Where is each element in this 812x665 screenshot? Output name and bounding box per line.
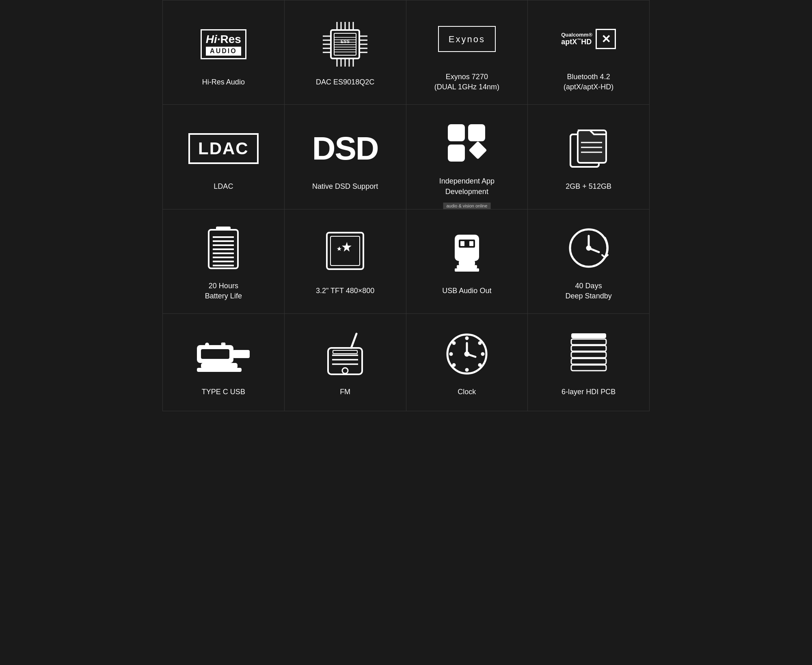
dac-icon: ESS: [323, 18, 367, 71]
standby-icon: [566, 222, 611, 274]
cell-display: 3.2" TFT 480×800: [285, 209, 406, 314]
fm-icon: [325, 328, 365, 380]
svg-rect-74: [201, 363, 238, 369]
display-icon: [325, 227, 365, 279]
cell-dac: ESS: [285, 0, 406, 105]
svg-rect-32: [448, 145, 465, 162]
svg-rect-33: [469, 141, 487, 160]
svg-rect-50: [327, 233, 363, 269]
dsd-label: Native DSD Support: [312, 181, 378, 192]
cell-app: Independent AppDevelopment audio & visio…: [406, 105, 528, 209]
svg-point-94: [479, 364, 481, 366]
pcb-icon: [566, 328, 611, 380]
svg-rect-31: [468, 124, 485, 141]
usb-audio-icon: [449, 227, 485, 279]
pcb-label: 6-layer HDI PCB: [561, 387, 615, 397]
svg-rect-73: [233, 350, 250, 358]
svg-rect-101: [571, 352, 606, 358]
standby-label: 40 DaysDeep Standby: [566, 281, 612, 301]
battery-label: 20 HoursBattery Life: [205, 281, 242, 301]
cell-type-c: TYPE C USB: [163, 314, 285, 411]
cell-clock: Clock: [406, 314, 528, 411]
cell-exynos: Exynos Exynos 7270(DUAL 1GHz 14nm): [406, 0, 528, 105]
ldac-label: LDAC: [214, 181, 233, 192]
svg-rect-56: [460, 241, 464, 246]
svg-point-95: [466, 369, 468, 371]
svg-rect-51: [330, 236, 360, 266]
svg-rect-102: [571, 345, 606, 351]
svg-rect-54: [455, 235, 479, 261]
svg-rect-82: [333, 350, 357, 354]
svg-rect-75: [197, 368, 242, 372]
svg-point-93: [482, 353, 484, 355]
watermark: audio & vision online: [443, 203, 490, 209]
svg-point-70: [222, 343, 225, 346]
features-grid: Hi·Res AUDIO Hi-Res Audio ESS: [162, 0, 650, 411]
display-label: 3.2" TFT 480×800: [316, 286, 374, 296]
storage-icon: [566, 122, 611, 175]
hires-audio-label: Hi-Res Audio: [202, 77, 245, 87]
cell-standby: 40 DaysDeep Standby: [528, 209, 650, 314]
battery-icon: [207, 222, 240, 274]
type-c-icon: [197, 328, 250, 380]
hires-audio-icon: Hi·Res AUDIO: [201, 18, 246, 71]
svg-line-77: [351, 334, 356, 348]
svg-rect-99: [571, 365, 606, 371]
svg-rect-57: [469, 241, 473, 246]
svg-rect-103: [571, 339, 606, 345]
svg-point-98: [453, 342, 455, 344]
type-c-label: TYPE C USB: [202, 387, 245, 397]
svg-point-92: [479, 342, 481, 344]
svg-rect-100: [571, 358, 606, 364]
svg-rect-60: [455, 268, 479, 272]
exynos-icon: Exynos: [438, 13, 496, 65]
cell-hires-audio: Hi·Res AUDIO Hi-Res Audio: [163, 0, 285, 105]
clock-icon: [445, 328, 489, 380]
svg-point-81: [342, 368, 348, 374]
svg-point-90: [465, 352, 469, 356]
cell-usb-audio: USB Audio Out: [406, 209, 528, 314]
app-label: Independent AppDevelopment: [439, 176, 495, 196]
svg-rect-30: [448, 124, 465, 141]
clock-label: Clock: [458, 387, 476, 397]
cell-ldac: LDAC LDAC: [163, 105, 285, 209]
cell-battery: 20 HoursBattery Life: [163, 209, 285, 314]
cell-fm: FM: [285, 314, 406, 411]
cell-pcb: 6-layer HDI PCB: [528, 314, 650, 411]
cell-dsd: DSD Native DSD Support: [285, 105, 406, 209]
ldac-icon: LDAC: [188, 122, 259, 175]
fm-label: FM: [340, 387, 350, 397]
svg-rect-0: [331, 30, 359, 58]
storage-label: 2GB + 512GB: [566, 181, 611, 192]
svg-point-97: [450, 353, 452, 355]
app-icon: [445, 117, 489, 170]
svg-point-96: [453, 364, 455, 366]
exynos-label: Exynos 7270(DUAL 1GHz 14nm): [434, 72, 499, 92]
svg-marker-52: [342, 242, 352, 252]
dsd-icon: DSD: [312, 122, 378, 175]
dac-label: DAC ES9018Q2C: [316, 77, 374, 87]
cell-storage: 2GB + 512GB: [528, 105, 650, 209]
bluetooth-label: Bluetooth 4.2(aptX/aptX-HD): [564, 72, 613, 92]
svg-rect-66: [201, 349, 229, 359]
svg-marker-53: [337, 246, 342, 251]
svg-rect-59: [457, 265, 477, 268]
svg-point-64: [587, 246, 590, 250]
bluetooth-icon: Qualcomm® aptX™HD ✕: [561, 13, 616, 65]
svg-rect-58: [459, 261, 475, 265]
usb-audio-label: USB Audio Out: [442, 286, 491, 296]
cell-bluetooth: Qualcomm® aptX™HD ✕ Bluetooth 4.2(aptX/a…: [528, 0, 650, 105]
svg-point-91: [466, 337, 468, 339]
svg-rect-104: [571, 333, 606, 338]
